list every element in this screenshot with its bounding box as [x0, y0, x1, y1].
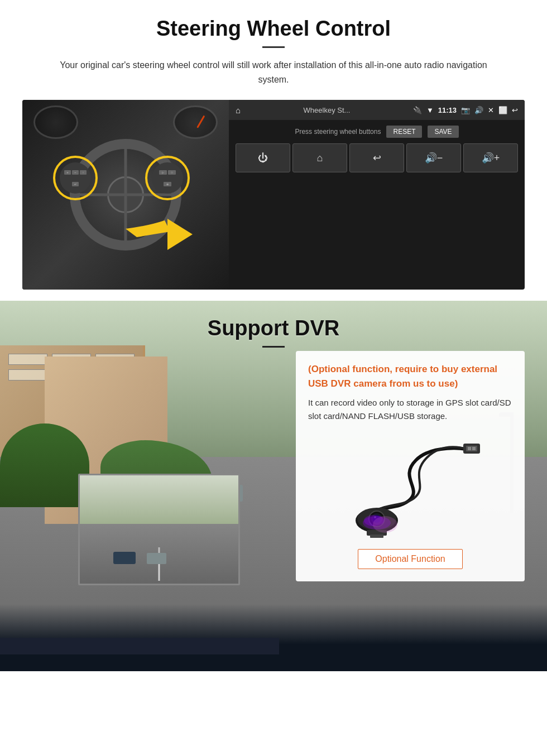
vol-up-btn[interactable]: 🔊+: [463, 143, 518, 172]
svg-marker-0: [167, 219, 193, 250]
dvr-camera-image: [308, 430, 512, 541]
svg-rect-3: [468, 447, 471, 450]
time-display: 11:13: [438, 106, 457, 114]
steering-wheel-bg: + − ↑ ↵ ▷ ○ ⊕: [22, 100, 229, 290]
swc-controls-bar: Press steering wheel buttons RESET SAVE: [229, 120, 525, 143]
swc-title: Steering Wheel Control: [22, 17, 525, 41]
camera-svg: [332, 432, 488, 538]
svg-point-15: [373, 516, 397, 533]
wifi-icon: ▼: [426, 106, 434, 114]
swc-image-container: + − ↑ ↵ ▷ ○ ⊕: [22, 100, 525, 290]
dvr-description: It can record video only to storage in G…: [308, 396, 512, 423]
dvr-optional-text: (Optional function, require to buy exter…: [308, 362, 512, 391]
android-topbar: ⌂ Wheelkey St... 🔌 ▼ 11:13 📷 🔊 ✕ ⬜ ↩: [229, 100, 525, 120]
back-icon: ↩: [512, 106, 518, 114]
dashboard-bottom: [0, 654, 547, 671]
svg-rect-14: [370, 535, 383, 538]
optional-function-button[interactable]: Optional Function: [358, 549, 462, 569]
press-instruction: Press steering wheel buttons: [295, 128, 381, 136]
swc-section: Steering Wheel Control Your original car…: [0, 0, 547, 301]
tree-left: [0, 423, 89, 507]
dvr-thumbnail: [78, 474, 240, 585]
dvr-thumb-inner: [80, 475, 238, 584]
dvr-title: Support DVR: [0, 301, 547, 340]
camera-icon: 📷: [461, 106, 470, 114]
volume-icon: 🔊: [474, 106, 483, 114]
home-icon: ⌂: [236, 105, 241, 115]
usb-icon: 🔌: [413, 106, 422, 114]
mirror-icon: ⬜: [498, 106, 507, 114]
save-button[interactable]: SAVE: [428, 126, 458, 138]
right-button-highlight: ▷ ○ ⊕: [145, 156, 190, 200]
yellow-arrow: [126, 218, 193, 259]
power-btn[interactable]: ⏻: [236, 143, 290, 172]
close-icon: ✕: [488, 106, 494, 114]
reset-button[interactable]: RESET: [386, 126, 422, 138]
vol-down-btn[interactable]: 🔊−: [406, 143, 461, 172]
app-name: Wheelkey St...: [245, 106, 409, 114]
steering-wheel-panel: + − ↑ ↵ ▷ ○ ⊕: [22, 100, 229, 290]
home-btn[interactable]: ⌂: [292, 143, 347, 172]
dvr-divider: [262, 346, 285, 348]
svg-rect-4: [472, 447, 476, 450]
android-ui-panel: ⌂ Wheelkey St... 🔌 ▼ 11:13 📷 🔊 ✕ ⬜ ↩ Pre…: [229, 100, 525, 290]
swc-divider: [262, 46, 285, 48]
back-btn[interactable]: ↩: [349, 143, 404, 172]
left-button-highlight: + − ↑ ↵: [53, 156, 98, 200]
swc-description: Your original car's steering wheel contr…: [56, 58, 491, 86]
swc-button-row: ⏻ ⌂ ↩ 🔊− 🔊+: [229, 143, 525, 172]
dvr-section: Support DVR (Optional function, require …: [0, 301, 547, 671]
dvr-info-card: (Optional function, require to buy exter…: [296, 351, 525, 581]
